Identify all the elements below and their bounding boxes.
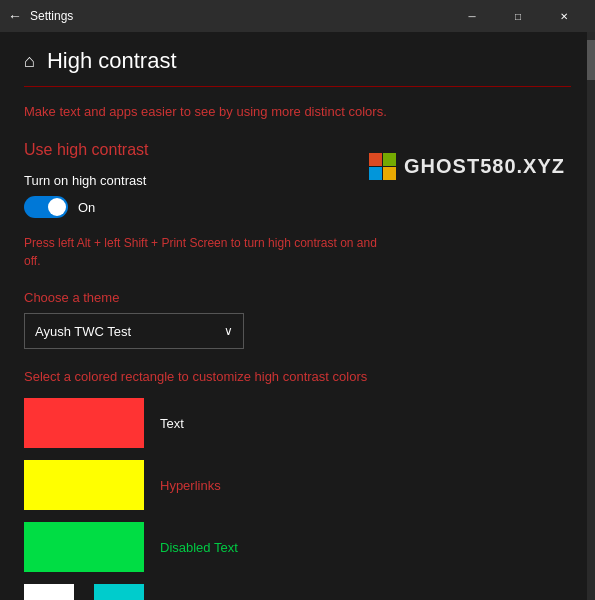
title-bar-left: ← Settings <box>8 8 73 24</box>
logo-square-green <box>383 153 396 166</box>
theme-selected-value: Ayush TWC Test <box>35 324 131 339</box>
hyperlinks-color-label: Hyperlinks <box>160 478 221 493</box>
text-color-row: Text <box>24 398 571 448</box>
theme-dropdown[interactable]: Ayush TWC Test ∨ <box>24 313 244 349</box>
watermark-logo <box>368 152 396 180</box>
watermark-text: GHOST580.XYZ <box>404 155 565 178</box>
chevron-down-icon: ∨ <box>224 324 233 338</box>
partial-color-row <box>24 584 571 600</box>
scrollbar-thumb[interactable] <box>587 40 595 80</box>
page-header: ⌂ High contrast <box>24 48 571 87</box>
text-color-swatch[interactable] <box>24 398 144 448</box>
partial-swatch-1[interactable] <box>24 584 74 600</box>
theme-label: Choose a theme <box>24 290 571 305</box>
toggle-state-text: On <box>78 200 95 215</box>
logo-square-yellow <box>383 167 396 180</box>
minimize-button[interactable]: ─ <box>449 0 495 32</box>
page-content: ⌂ High contrast Make text and apps easie… <box>0 32 595 600</box>
disabled-text-color-swatch[interactable] <box>24 522 144 572</box>
hyperlinks-color-row: Hyperlinks <box>24 460 571 510</box>
high-contrast-toggle[interactable] <box>24 196 68 218</box>
disabled-text-color-label: Disabled Text <box>160 540 238 555</box>
toggle-thumb <box>48 198 66 216</box>
page-title: High contrast <box>47 48 177 74</box>
partial-swatch-2[interactable] <box>94 584 144 600</box>
toggle-row: On <box>24 196 571 218</box>
logo-square-red <box>369 153 382 166</box>
title-bar-title: Settings <box>30 9 73 23</box>
title-bar-controls: ─ □ ✕ <box>449 0 587 32</box>
color-section-title: Select a colored rectangle to customize … <box>24 369 571 384</box>
logo-square-blue <box>369 167 382 180</box>
disabled-text-color-row: Disabled Text <box>24 522 571 572</box>
page-subtitle: Make text and apps easier to see by usin… <box>24 103 571 121</box>
home-icon: ⌂ <box>24 51 35 72</box>
back-button[interactable]: ← <box>8 8 22 24</box>
text-color-label: Text <box>160 416 184 431</box>
title-bar: ← Settings ─ □ ✕ <box>0 0 595 32</box>
maximize-button[interactable]: □ <box>495 0 541 32</box>
main-content: ⌂ High contrast Make text and apps easie… <box>0 32 595 600</box>
hyperlinks-color-swatch[interactable] <box>24 460 144 510</box>
close-button[interactable]: ✕ <box>541 0 587 32</box>
watermark: GHOST580.XYZ <box>368 152 565 180</box>
scrollbar-track <box>587 32 595 600</box>
keyboard-shortcut-hint: Press left Alt + left Shift + Print Scre… <box>24 234 384 270</box>
